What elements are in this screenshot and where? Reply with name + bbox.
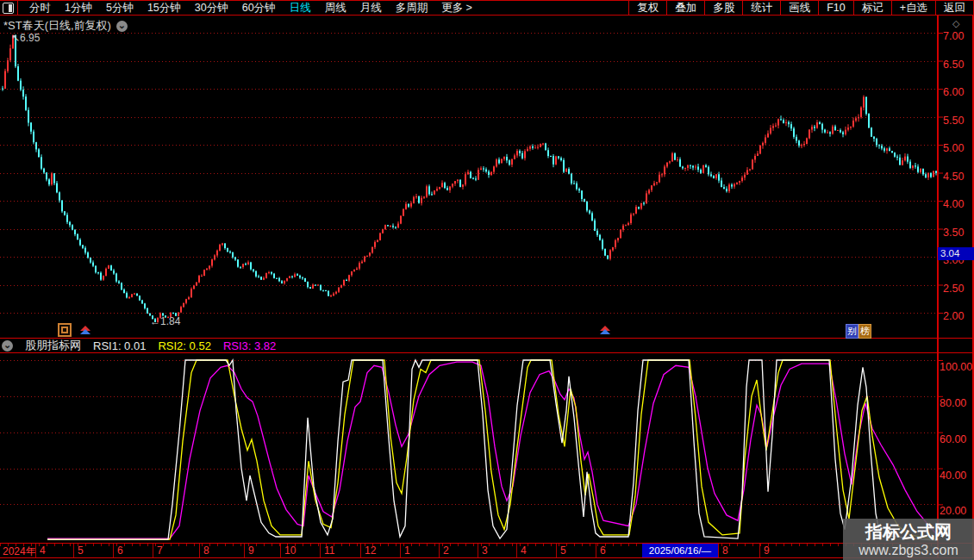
date-separator	[478, 544, 478, 557]
svg-text:2.50: 2.50	[943, 283, 964, 295]
top-toolbar: 分时1分钟5分钟15分钟30分钟60分钟日线周线月线多周期更多 > 复权叠加多股…	[0, 0, 974, 16]
diamond-icon: ◇	[952, 18, 959, 29]
date-separator	[153, 544, 153, 557]
date-separator	[439, 544, 440, 557]
window-layout-icon[interactable]	[3, 3, 14, 14]
toolbar-button[interactable]: 标记	[853, 1, 891, 15]
toolbar-button[interactable]: 统计	[742, 1, 780, 15]
period-tab[interactable]: 周线	[318, 1, 353, 16]
indicator-source-label: 股朋指标网	[25, 338, 81, 353]
period-tab[interactable]: 月线	[353, 1, 389, 16]
date-separator	[113, 544, 114, 557]
period-tab[interactable]: 30分钟	[188, 1, 235, 16]
date-separator	[73, 544, 74, 557]
toolbar-divider	[17, 1, 18, 15]
date-label: 5	[78, 544, 84, 557]
watermark-title: 指标公式网	[865, 521, 952, 542]
toolbar-button[interactable]: F10	[818, 1, 853, 15]
svg-text:5.50: 5.50	[943, 115, 964, 127]
date-label: 8	[722, 544, 728, 557]
svg-text:2.00: 2.00	[943, 310, 964, 322]
date-label: 4	[40, 544, 46, 557]
chevron-down-icon[interactable]: ⌄	[2, 340, 13, 352]
svg-text:6.50: 6.50	[943, 59, 964, 71]
period-tab[interactable]: 15分钟	[140, 1, 188, 16]
indicator-header: ⌄ 股朋指标网 RSI1: 0.01 RSI2: 0.52 RSI3: 3.82	[0, 339, 938, 352]
date-label: 7	[157, 544, 163, 557]
toolbar-button[interactable]: 返回	[935, 1, 973, 15]
period-tab[interactable]: 5分钟	[99, 1, 140, 16]
period-tab[interactable]: 日线	[283, 1, 318, 16]
period-tab[interactable]: 更多 >	[434, 1, 479, 16]
date-separator	[360, 544, 361, 557]
event-tag-icon[interactable]: 别	[846, 324, 858, 339]
rsi2-value-label: RSI2: 0.52	[158, 339, 210, 352]
svg-text:40.00: 40.00	[940, 470, 966, 482]
date-label: 9	[764, 544, 770, 557]
date-label: 2	[443, 544, 449, 557]
watermark: 指标公式网 www.zbgs3.com	[843, 519, 974, 560]
date-separator	[199, 544, 200, 557]
signal-triangle-marker	[80, 326, 91, 334]
date-separator	[35, 544, 36, 557]
date-separator	[400, 544, 401, 557]
date-separator	[596, 544, 596, 557]
date-label: 9	[248, 544, 254, 557]
date-label: 6	[600, 544, 606, 557]
selected-date-badge: 2025/06/16/—	[642, 544, 718, 557]
date-label: 4	[521, 544, 527, 557]
rsi1-value-label: RSI1: 0.01	[93, 339, 146, 352]
date-label: 6	[117, 544, 123, 557]
toolbar-button[interactable]: 画线	[780, 1, 818, 15]
svg-text:7.00: 7.00	[943, 30, 964, 42]
info-square-marker[interactable]	[58, 323, 72, 337]
date-label: 10	[284, 544, 296, 557]
high-annotation: ↖6.95	[11, 32, 40, 44]
svg-text:5.00: 5.00	[943, 142, 964, 154]
date-label: 5	[560, 544, 566, 557]
app-window: 7.006.506.005.505.004.504.003.503.002.50…	[0, 0, 974, 560]
svg-text:6.00: 6.00	[943, 86, 964, 98]
toolbar-actions: 复权叠加多股统计画线F10标记+自选返回	[628, 1, 974, 15]
date-separator	[759, 544, 760, 557]
watermark-url: www.zbgs3.com	[858, 542, 958, 558]
svg-text:20.00: 20.00	[940, 505, 966, 517]
last-price-badge: 3.04	[938, 247, 974, 260]
toolbar-button[interactable]: 叠加	[666, 1, 704, 15]
date-separator	[244, 544, 245, 557]
low-annotation: ←1.84	[150, 315, 180, 327]
ranking-tag-icon[interactable]: 榜	[858, 324, 871, 339]
charts-canvas[interactable]: 7.006.506.005.505.004.504.003.503.002.50…	[0, 0, 974, 560]
toolbar-button[interactable]: 多股	[704, 1, 742, 15]
date-separator	[516, 544, 517, 557]
date-separator	[320, 544, 321, 557]
date-separator	[556, 544, 557, 557]
date-separator	[718, 544, 719, 557]
rsi3-value-label: RSI3: 3.82	[223, 339, 276, 352]
svg-text:80.00: 80.00	[940, 397, 966, 409]
period-tab[interactable]: 1分钟	[58, 1, 99, 16]
date-label: 8	[203, 544, 209, 557]
toolbar-button[interactable]: 复权	[628, 1, 666, 15]
svg-text:4.50: 4.50	[943, 171, 964, 183]
svg-text:3.50: 3.50	[943, 227, 964, 239]
signal-triangle-marker	[600, 326, 610, 334]
date-label: 2024年	[3, 544, 36, 559]
date-label: 3	[482, 544, 488, 557]
chevron-down-icon[interactable]: ⌄	[116, 21, 128, 32]
period-tab[interactable]: 多周期	[389, 1, 435, 16]
toolbar-button[interactable]: +自选	[891, 1, 935, 15]
date-label: 1	[404, 544, 410, 557]
date-separator	[280, 544, 281, 557]
svg-text:100.00: 100.00	[940, 361, 972, 373]
date-label: 12	[365, 544, 376, 557]
period-tab[interactable]: 60分钟	[235, 1, 283, 16]
date-axis: 2025/06/16/— 2024年45678910111212345689	[0, 544, 937, 557]
svg-text:60.00: 60.00	[940, 433, 966, 445]
date-label: 11	[324, 544, 334, 557]
svg-text:4.00: 4.00	[943, 198, 964, 210]
period-tab[interactable]: 分时	[22, 1, 58, 16]
period-tabs: 分时1分钟5分钟15分钟30分钟60分钟日线周线月线多周期更多 >	[22, 1, 479, 15]
